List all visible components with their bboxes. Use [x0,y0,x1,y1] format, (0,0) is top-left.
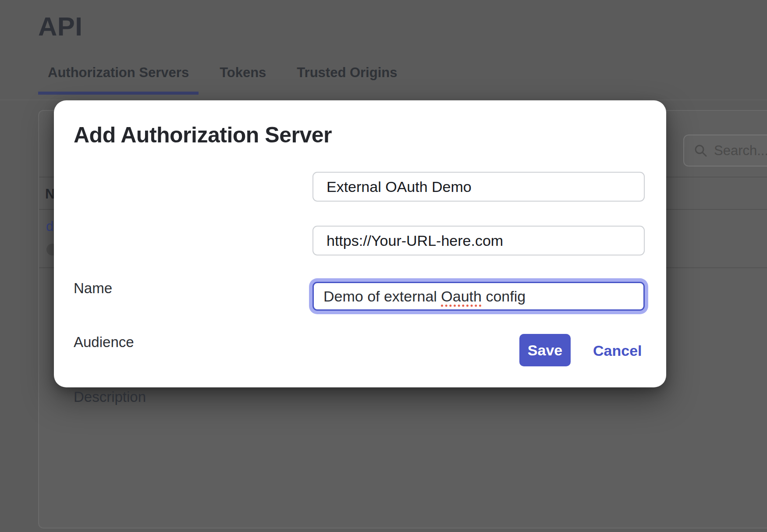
save-button[interactable]: Save [519,334,571,366]
modal-title: Add Authorization Server [74,122,332,148]
tab-bar: Authorization Servers Tokens Trusted Ori… [38,65,418,95]
cancel-button[interactable]: Cancel [593,342,642,359]
description-misspelled-word: Oauth [441,288,482,305]
search-box[interactable]: Search... [683,135,767,167]
description-input[interactable]: Demo of external Oauth config [312,282,645,311]
table-row-link-fragment[interactable]: d [46,219,53,234]
add-authorization-server-modal: Add Authorization Server Name Audience D… [54,100,666,387]
description-text: Demo of external [323,288,441,305]
page-title: API [38,11,83,42]
audience-label: Audience [74,334,134,351]
tab-tokens[interactable]: Tokens [210,65,276,95]
tab-authorization-servers[interactable]: Authorization Servers [38,65,199,95]
description-text: config [482,288,526,305]
name-input[interactable] [312,172,645,202]
search-placeholder: Search... [714,143,767,159]
description-label: Description [74,389,146,405]
search-icon [694,144,708,158]
name-label: Name [74,280,112,297]
tab-trusted-origins[interactable]: Trusted Origins [287,65,407,95]
audience-input[interactable] [312,226,645,255]
